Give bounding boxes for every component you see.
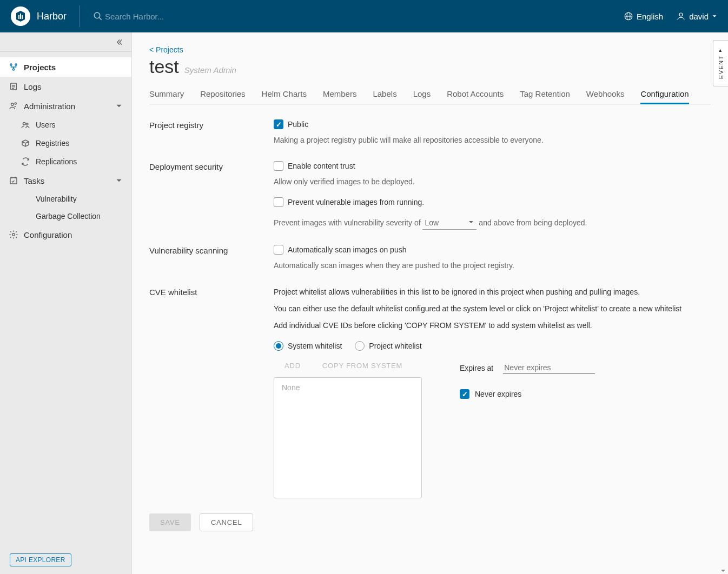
registries-icon — [21, 138, 30, 148]
event-side-tab[interactable]: ▲ EVENT — [713, 40, 728, 86]
sidebar-label-users: Users — [36, 121, 56, 129]
sidebar-item-administration[interactable]: Administration — [0, 96, 131, 116]
tab-repositories[interactable]: Repositories — [200, 85, 245, 104]
sidebar-item-vulnerability[interactable]: Vulnerability — [12, 190, 131, 208]
api-explorer-button[interactable]: API EXPLORER — [10, 553, 71, 566]
checkbox-never-expires[interactable] — [460, 389, 469, 399]
scroll-down-icon[interactable] — [720, 566, 728, 574]
breadcrumb: < Projects — [149, 45, 711, 54]
auto-scan-help: Automatically scan images when they are … — [274, 260, 696, 271]
checkbox-public-label: Public — [288, 120, 308, 129]
sidebar-item-projects[interactable]: Projects — [0, 57, 131, 77]
user-menu[interactable]: david — [676, 11, 717, 21]
sidebar-label-vulnerability: Vulnerability — [36, 195, 77, 203]
radio-system-whitelist-input[interactable] — [274, 341, 283, 351]
svg-point-14 — [15, 103, 16, 104]
checkbox-auto-scan[interactable] — [274, 245, 283, 255]
sidebar-label-projects: Projects — [24, 63, 56, 72]
project-title: test — [149, 56, 179, 77]
radio-project-whitelist-input[interactable] — [355, 341, 365, 351]
collapse-icon — [115, 38, 124, 46]
prevent-prefix: Prevent images with vulnerability severi… — [274, 218, 421, 227]
event-tab-label: EVENT — [718, 55, 724, 79]
language-switcher[interactable]: English — [624, 11, 663, 21]
cve-p2: You can either use the default whitelist… — [274, 303, 696, 315]
svg-line-1 — [99, 17, 102, 20]
nav: Projects Logs Administration Users Regis… — [0, 52, 131, 546]
globe-icon — [624, 11, 633, 21]
cancel-button[interactable]: CANCEL — [200, 513, 254, 531]
sidebar-label-administration: Administration — [24, 102, 75, 111]
chevron-down-icon — [115, 177, 123, 184]
tabs: Summary Repositories Helm Charts Members… — [149, 85, 711, 104]
sidebar-collapse[interactable] — [0, 32, 131, 52]
label-cve-whitelist: CVE whitelist — [149, 286, 274, 297]
header-right: English david — [624, 11, 717, 21]
sidebar-label-configuration: Configuration — [24, 230, 72, 239]
header: Harbor English david — [0, 0, 728, 32]
save-button[interactable]: SAVE — [149, 513, 191, 531]
language-label: English — [637, 12, 663, 21]
checkbox-auto-scan-label: Automatically scan images on push — [288, 245, 406, 254]
svg-point-13 — [11, 103, 14, 106]
sidebar-item-logs[interactable]: Logs — [0, 77, 131, 96]
label-project-registry: Project registry — [149, 119, 274, 130]
checkbox-prevent-vuln-label: Prevent vulnerable images from running. — [288, 198, 424, 206]
sidebar-label-replications: Replications — [36, 157, 77, 166]
label-vuln-scan: Vulnerability scanning — [149, 245, 274, 255]
svg-point-0 — [94, 12, 100, 18]
checkbox-prevent-vuln[interactable] — [274, 197, 283, 207]
tab-members[interactable]: Members — [323, 85, 357, 104]
copy-from-system-button[interactable]: COPY FROM SYSTEM — [322, 362, 402, 370]
severity-select[interactable]: Low — [422, 217, 476, 230]
radio-project-whitelist-label: Project whitelist — [369, 342, 421, 350]
tasks-icon — [9, 176, 18, 185]
sidebar-item-registries[interactable]: Registries — [12, 134, 131, 152]
checkbox-public[interactable] — [274, 119, 283, 129]
cve-listbox: None — [274, 377, 422, 498]
admin-icon — [9, 101, 18, 111]
sidebar-item-configuration[interactable]: Configuration — [0, 225, 131, 244]
add-cve-button[interactable]: ADD — [284, 362, 301, 370]
breadcrumb-projects-link[interactable]: < Projects — [149, 45, 183, 54]
sidebar-item-garbage[interactable]: Garbage Collection — [12, 208, 131, 225]
label-deployment-security: Deployment security — [149, 161, 274, 171]
prevent-suffix: and above from being deployed. — [479, 218, 587, 227]
cve-p3: Add individual CVE IDs before clicking '… — [274, 320, 696, 331]
content-trust-help: Allow only verified images to be deploye… — [274, 176, 696, 188]
tab-helm-charts[interactable]: Helm Charts — [262, 85, 307, 104]
logo[interactable]: Harbor — [11, 6, 67, 26]
sidebar-label-garbage: Garbage Collection — [36, 212, 101, 221]
sidebar: Projects Logs Administration Users Regis… — [0, 32, 132, 574]
svg-point-8 — [13, 69, 15, 70]
sidebar-item-replications[interactable]: Replications — [12, 152, 131, 171]
radio-system-whitelist-label: System whitelist — [288, 342, 342, 350]
prevent-vuln-sentence: Prevent images with vulnerability severi… — [274, 217, 696, 230]
expires-at-label: Expires at — [460, 364, 493, 372]
sidebar-item-tasks[interactable]: Tasks — [0, 171, 131, 190]
replications-icon — [21, 157, 30, 166]
tab-logs[interactable]: Logs — [413, 85, 431, 104]
tab-webhooks[interactable]: Webhooks — [586, 85, 625, 104]
tab-labels[interactable]: Labels — [373, 85, 396, 104]
tab-robot-accounts[interactable]: Robot Accounts — [447, 85, 504, 104]
public-help: Making a project registry public will ma… — [274, 135, 696, 146]
checkbox-content-trust[interactable] — [274, 161, 283, 171]
tab-summary[interactable]: Summary — [149, 85, 184, 104]
sidebar-label-logs: Logs — [24, 82, 42, 91]
expires-at-input[interactable] — [503, 362, 595, 374]
tab-configuration[interactable]: Configuration — [640, 85, 689, 104]
sidebar-label-registries: Registries — [36, 139, 69, 148]
sidebar-label-tasks: Tasks — [24, 176, 44, 185]
search-input[interactable] — [105, 12, 267, 21]
svg-point-6 — [10, 64, 12, 65]
radio-project-whitelist[interactable]: Project whitelist — [355, 341, 421, 351]
user-icon — [676, 11, 686, 21]
brand-name: Harbor — [37, 11, 67, 22]
svg-point-5 — [679, 13, 683, 16]
svg-rect-17 — [10, 178, 17, 184]
sidebar-item-users[interactable]: Users — [12, 116, 131, 134]
radio-system-whitelist[interactable]: System whitelist — [274, 341, 342, 351]
project-role: System Admin — [184, 65, 236, 75]
tab-tag-retention[interactable]: Tag Retention — [520, 85, 570, 104]
